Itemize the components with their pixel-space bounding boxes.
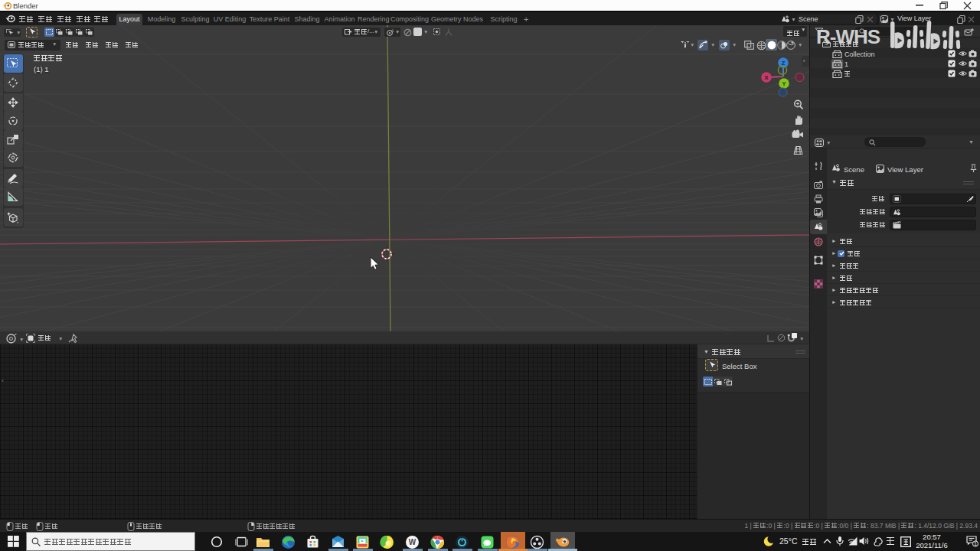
svg-text:W: W — [409, 538, 416, 546]
svg-text:1: 1 — [974, 541, 977, 546]
svg-text:Z: Z — [782, 60, 786, 67]
svg-text:X: X — [764, 74, 768, 81]
svg-text:Y: Y — [782, 80, 786, 87]
